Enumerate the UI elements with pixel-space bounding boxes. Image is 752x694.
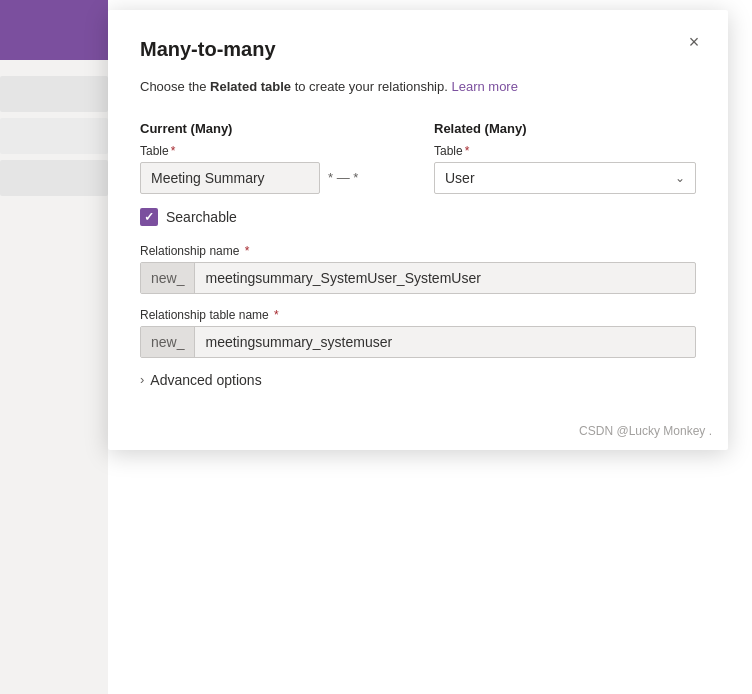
dialog: × Many-to-many Choose the Related table … bbox=[108, 10, 728, 450]
columns-row: Current (Many) Table* Meeting Summary * … bbox=[140, 121, 696, 194]
dialog-description: Choose the Related table to create your … bbox=[140, 77, 696, 97]
relationship-table-name-label: Relationship table name * bbox=[140, 308, 696, 322]
current-column-heading: Current (Many) bbox=[140, 121, 402, 136]
related-column-heading: Related (Many) bbox=[434, 121, 696, 136]
related-table-value: User bbox=[445, 170, 475, 186]
current-table-input-row: Meeting Summary * — * bbox=[140, 162, 402, 194]
description-suffix: to create your relationship. bbox=[291, 79, 451, 94]
advanced-options[interactable]: › Advanced options bbox=[140, 372, 696, 388]
current-table-label: Table* bbox=[140, 144, 402, 158]
sidebar-item-1 bbox=[0, 76, 108, 112]
checkbox-check-icon: ✓ bbox=[144, 211, 154, 223]
relationship-name-prefix: new_ bbox=[141, 263, 195, 293]
watermark: CSDN @Lucky Monkey . bbox=[579, 424, 712, 438]
sidebar bbox=[0, 0, 108, 694]
searchable-label: Searchable bbox=[166, 209, 237, 225]
sidebar-header bbox=[0, 0, 108, 60]
relationship-table-name-prefix: new_ bbox=[141, 327, 195, 357]
current-column: Current (Many) Table* Meeting Summary * … bbox=[140, 121, 402, 194]
related-required-indicator: * bbox=[465, 144, 470, 158]
rn-required: * bbox=[241, 244, 249, 258]
description-bold: Related table bbox=[210, 79, 291, 94]
learn-more-link[interactable]: Learn more bbox=[451, 79, 517, 94]
related-column: Related (Many) Table* User ⌄ bbox=[434, 121, 696, 194]
relationship-name-label: Relationship name * bbox=[140, 244, 696, 258]
sidebar-item-2 bbox=[0, 118, 108, 154]
main-area: × Many-to-many Choose the Related table … bbox=[108, 0, 752, 694]
relationship-name-value: meetingsummary_SystemUser_SystemUser bbox=[195, 270, 695, 286]
relationship-table-name-value: meetingsummary_systemuser bbox=[195, 334, 695, 350]
searchable-checkbox-row: ✓ Searchable bbox=[140, 208, 696, 226]
close-button[interactable]: × bbox=[680, 28, 708, 56]
relationship-table-name-section: Relationship table name * new_ meetingsu… bbox=[140, 308, 696, 358]
sidebar-body bbox=[0, 60, 108, 212]
description-text: Choose the bbox=[140, 79, 210, 94]
current-table-input: Meeting Summary bbox=[140, 162, 320, 194]
relationship-name-section: Relationship name * new_ meetingsummary_… bbox=[140, 244, 696, 294]
relationship-table-name-input[interactable]: new_ meetingsummary_systemuser bbox=[140, 326, 696, 358]
relationship-name-input[interactable]: new_ meetingsummary_SystemUser_SystemUse… bbox=[140, 262, 696, 294]
related-table-select[interactable]: User ⌄ bbox=[434, 162, 696, 194]
dialog-title: Many-to-many bbox=[140, 38, 696, 61]
chevron-down-icon: ⌄ bbox=[675, 171, 685, 185]
required-indicator: * bbox=[171, 144, 176, 158]
dialog-overlay: × Many-to-many Choose the Related table … bbox=[108, 0, 752, 694]
related-table-label: Table* bbox=[434, 144, 696, 158]
chevron-right-icon: › bbox=[140, 372, 144, 387]
advanced-options-label: Advanced options bbox=[150, 372, 261, 388]
searchable-checkbox[interactable]: ✓ bbox=[140, 208, 158, 226]
sidebar-item-3 bbox=[0, 160, 108, 196]
connector: * — * bbox=[320, 170, 366, 185]
rtn-required: * bbox=[271, 308, 279, 322]
